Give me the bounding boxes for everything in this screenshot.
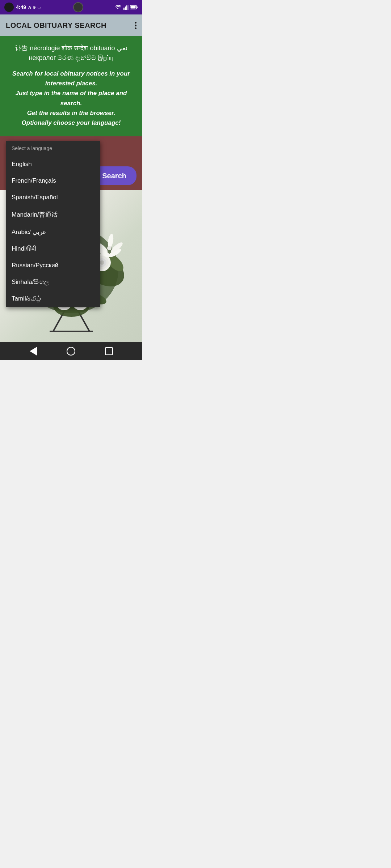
svg-rect-1 bbox=[123, 8, 125, 10]
back-icon bbox=[30, 347, 37, 356]
menu-dot-3 bbox=[135, 27, 136, 29]
status-icon-m: ⊕ bbox=[33, 5, 36, 10]
wifi-icon bbox=[115, 5, 122, 10]
app-bar: LOCAL OBITUARY SEARCH bbox=[0, 14, 142, 36]
menu-dot-1 bbox=[135, 22, 136, 24]
svg-point-37 bbox=[100, 260, 104, 265]
recents-icon bbox=[105, 347, 113, 355]
battery-icon bbox=[130, 5, 138, 9]
navigation-bar bbox=[0, 342, 142, 360]
language-dropdown-list[interactable]: Select a language English French/Françai… bbox=[6, 141, 100, 307]
status-bar: 4:49 A ⊕ ▭ bbox=[0, 0, 142, 14]
status-icon-box: ▭ bbox=[37, 5, 41, 10]
dropdown-option-sinhala[interactable]: Sinhala/සිංහල bbox=[6, 274, 100, 290]
svg-point-0 bbox=[117, 8, 118, 9]
notification-dot bbox=[4, 3, 14, 12]
dropdown-option-tamil[interactable]: Tamil/தமிழ் bbox=[6, 290, 100, 307]
svg-rect-7 bbox=[130, 6, 135, 9]
svg-rect-2 bbox=[125, 7, 126, 10]
dropdown-option-mandarin[interactable]: Mandarin/普通话 bbox=[6, 206, 100, 224]
dropdown-option-french[interactable]: French/Français bbox=[6, 173, 100, 189]
home-icon bbox=[67, 347, 75, 356]
dropdown-option-russian[interactable]: Russian/Русский bbox=[6, 257, 100, 274]
svg-rect-3 bbox=[126, 5, 127, 10]
status-time: 4:49 bbox=[16, 4, 26, 10]
center-indicator bbox=[73, 2, 83, 12]
menu-dot-2 bbox=[135, 25, 136, 26]
signal-icon bbox=[123, 5, 129, 10]
hero-languages: 讣告 nécrologie शोक सन्देश obituario نعي н… bbox=[6, 43, 136, 63]
recents-button[interactable] bbox=[104, 346, 114, 356]
language-selector-area: Select a language English Select a langu… bbox=[6, 141, 95, 163]
svg-rect-6 bbox=[137, 7, 138, 8]
home-button[interactable] bbox=[66, 346, 76, 356]
status-right bbox=[115, 5, 138, 10]
dropdown-option-select[interactable]: Select a language bbox=[6, 141, 100, 156]
more-options-button[interactable] bbox=[135, 22, 136, 29]
back-button[interactable] bbox=[28, 346, 38, 356]
dropdown-option-hindi[interactable]: Hindi/हिंदी bbox=[6, 241, 100, 257]
svg-rect-4 bbox=[128, 5, 129, 10]
dropdown-option-english[interactable]: English bbox=[6, 156, 100, 173]
status-icon-a: A bbox=[28, 5, 31, 9]
app-title: LOCAL OBITUARY SEARCH bbox=[6, 21, 106, 30]
hero-banner: 讣告 nécrologie शोक सन्देश obituario نعي н… bbox=[0, 36, 142, 136]
hero-description: Search for local obituary notices in you… bbox=[6, 69, 136, 128]
search-section: Select a language English Select a langu… bbox=[0, 136, 142, 190]
status-left: 4:49 A ⊕ ▭ bbox=[4, 3, 41, 12]
svg-point-78 bbox=[107, 246, 112, 250]
dropdown-option-arabic[interactable]: Arabic/ عربي bbox=[6, 224, 100, 241]
dropdown-option-spanish[interactable]: Spanish/Español bbox=[6, 189, 100, 206]
